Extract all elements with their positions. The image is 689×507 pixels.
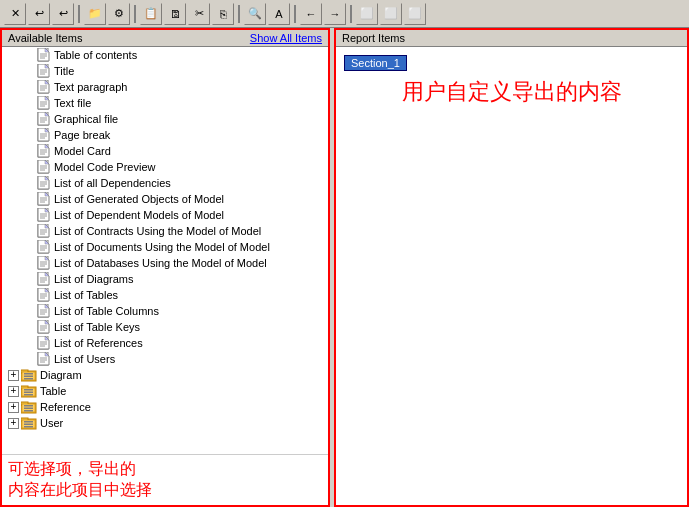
doc-icon-tablekeys (37, 320, 51, 334)
toolbar-separator-1 (78, 5, 80, 23)
tree-item-tablekeys[interactable]: List of Table Keys (2, 319, 328, 335)
right-panel-header: Report Items (336, 30, 687, 47)
svg-marker-67 (38, 224, 49, 237)
svg-marker-1 (38, 48, 49, 61)
toolbar-btn-2[interactable]: ↩ (28, 3, 50, 25)
tree-item-modelcode[interactable]: Model Code Preview (2, 159, 328, 175)
left-panel: Available Items Show All Items Table of … (0, 28, 330, 507)
tree-item-users[interactable]: List of Users (2, 351, 328, 367)
doc-icon-documents (37, 240, 51, 254)
toolbar-separator-2 (134, 5, 136, 23)
tree-item-modelcard[interactable]: Model Card (2, 143, 328, 159)
svg-rect-130 (24, 392, 33, 394)
expand-icon-user[interactable]: + (8, 418, 19, 429)
svg-marker-49 (38, 176, 49, 189)
svg-rect-131 (24, 394, 33, 396)
svg-marker-25 (38, 112, 49, 125)
toolbar-btn-8[interactable]: ✂ (188, 3, 210, 25)
right-panel: Report Items Section_1 用户自定义导出的内容 (334, 28, 689, 507)
tree-label-toc: Table of contents (54, 49, 137, 61)
tree-label-references: List of References (54, 337, 143, 349)
toolbar-btn-open[interactable]: 📁 (84, 3, 106, 25)
tree-item-tables[interactable]: List of Tables (2, 287, 328, 303)
svg-marker-7 (38, 64, 49, 77)
tree-item-genobjects[interactable]: List of Generated Objects of Model (2, 191, 328, 207)
toolbar-btn-3[interactable]: ↩ (52, 3, 74, 25)
tree-item-databases[interactable]: List of Databases Using the Model of Mod… (2, 255, 328, 271)
toolbar-separator-3 (238, 5, 240, 23)
toolbar-btn-10[interactable]: 🔍 (244, 3, 266, 25)
doc-icon-depmodels (37, 208, 51, 222)
tree-item-diagrams[interactable]: List of Diagrams (2, 271, 328, 287)
svg-rect-143 (24, 426, 33, 428)
tree-item-textfile[interactable]: Text file (2, 95, 328, 111)
tree-label-textfile: Text file (54, 97, 91, 109)
right-annotation-text: 用户自定义导出的内容 (336, 77, 687, 108)
toolbar-btn-11[interactable]: A (268, 3, 290, 25)
toolbar-btn-new[interactable]: ✕ (4, 3, 26, 25)
doc-icon-pagebreak (37, 128, 51, 142)
tree-label-users: List of Users (54, 353, 115, 365)
tree-item-title[interactable]: Title (2, 63, 328, 79)
tree-label-reference: Reference (40, 401, 91, 413)
toolbar-btn-9[interactable]: ⎘ (212, 3, 234, 25)
tree-item-depmodels[interactable]: List of Dependent Models of Model (2, 207, 328, 223)
doc-icon-references (37, 336, 51, 350)
tree-item-user[interactable]: + User (2, 415, 328, 431)
toolbar-btn-12[interactable]: ← (300, 3, 322, 25)
svg-marker-61 (38, 208, 49, 221)
tree-item-reference[interactable]: + Reference (2, 399, 328, 415)
toolbar-btn-13[interactable]: → (324, 3, 346, 25)
svg-marker-79 (38, 256, 49, 269)
doc-icon-diagrams (37, 272, 51, 286)
toolbar-btn-6[interactable]: 📋 (140, 3, 162, 25)
toolbar: ✕ ↩ ↩ 📁 ⚙ 📋 🖺 ✂ ⎘ 🔍 A ← → ⬜ ⬜ ⬜ (0, 0, 689, 28)
toolbar-btn-14[interactable]: ⬜ (356, 3, 378, 25)
tree-item-tablecolumns[interactable]: List of Table Columns (2, 303, 328, 319)
doc-icon-databases (37, 256, 51, 270)
tree-label-contracts: List of Contracts Using the Model of Mod… (54, 225, 261, 237)
svg-marker-103 (38, 320, 49, 333)
doc-icon-contracts (37, 224, 51, 238)
toolbar-separator-5 (350, 5, 352, 23)
tree-item-textpara[interactable]: Text paragraph (2, 79, 328, 95)
tree-item-pagebreak[interactable]: Page break (2, 127, 328, 143)
main-area: Available Items Show All Items Table of … (0, 28, 689, 507)
tree-item-documents[interactable]: List of Documents Using the Model of Mod… (2, 239, 328, 255)
expand-icon-table[interactable]: + (8, 386, 19, 397)
expand-icon-reference[interactable]: + (8, 402, 19, 413)
folder-icon-user (21, 416, 37, 430)
toolbar-btn-7[interactable]: 🖺 (164, 3, 186, 25)
toolbar-btn-16[interactable]: ⬜ (404, 3, 426, 25)
tree-label-diagram: Diagram (40, 369, 82, 381)
tree-item-toc[interactable]: Table of contents (2, 47, 328, 63)
toolbar-separator-4 (294, 5, 296, 23)
tree-label-graphical: Graphical file (54, 113, 118, 125)
tree-item-alldeps[interactable]: List of all Dependencies (2, 175, 328, 191)
doc-icon-textpara (37, 80, 51, 94)
svg-marker-37 (38, 144, 49, 157)
doc-icon-modelcode (37, 160, 51, 174)
toolbar-btn-5[interactable]: ⚙ (108, 3, 130, 25)
tree-item-graphical[interactable]: Graphical file (2, 111, 328, 127)
section-badge[interactable]: Section_1 (344, 55, 407, 71)
expand-icon-diagram[interactable]: + (8, 370, 19, 381)
folder-icon-reference (21, 400, 37, 414)
svg-marker-73 (38, 240, 49, 253)
tree-container[interactable]: Table of contents Title Text paragraph (2, 47, 328, 454)
svg-marker-97 (38, 304, 49, 317)
tree-item-contracts[interactable]: List of Contracts Using the Model of Mod… (2, 223, 328, 239)
show-all-link[interactable]: Show All Items (250, 32, 322, 44)
tree-item-diagram[interactable]: + Diagram (2, 367, 328, 383)
doc-icon-tablecolumns (37, 304, 51, 318)
tree-label-alldeps: List of all Dependencies (54, 177, 171, 189)
svg-marker-43 (38, 160, 49, 173)
tree-label-modelcode: Model Code Preview (54, 161, 156, 173)
tree-item-references[interactable]: List of References (2, 335, 328, 351)
tree-item-table[interactable]: + Table (2, 383, 328, 399)
svg-marker-91 (38, 288, 49, 301)
tree-label-documents: List of Documents Using the Model of Mod… (54, 241, 270, 253)
toolbar-btn-15[interactable]: ⬜ (380, 3, 402, 25)
doc-icon-genobjects (37, 192, 51, 206)
tree-label-tablekeys: List of Table Keys (54, 321, 140, 333)
